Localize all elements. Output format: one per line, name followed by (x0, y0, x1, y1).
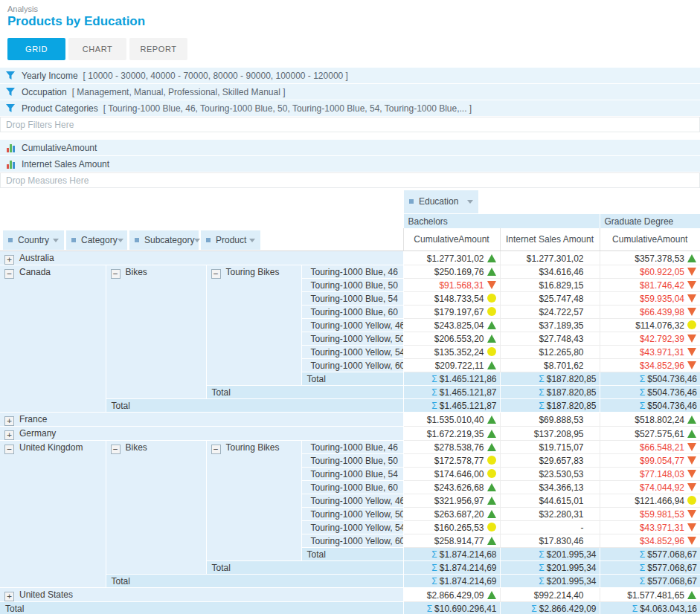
cell-value: $209.722,11 (435, 361, 484, 371)
row-field-chip-category[interactable]: Category (66, 230, 127, 250)
row-field-chip-country[interactable]: Country (3, 230, 64, 250)
cell-value: $137.208,95 (534, 429, 584, 439)
kpi-dot-icon (487, 469, 497, 478)
kpi-down-icon (687, 361, 697, 369)
cell-value: $201.995,34 (547, 563, 597, 573)
cell-value: $43.971,31 (640, 347, 684, 358)
value-cell: $243.626,68 (403, 481, 500, 494)
kpi-up-icon (487, 415, 497, 424)
row-header-product: Touring-1000 Yellow, 54 (301, 346, 403, 359)
expand-icon[interactable]: + (4, 430, 14, 440)
cell-value: $16.829,15 (539, 280, 583, 291)
row-label: Touring-1000 Yellow, 46 (311, 320, 404, 331)
cell-value: $1.874.214,68 (440, 549, 497, 560)
cell-value: $74.044,92 (640, 482, 684, 493)
expand-icon[interactable]: + (4, 592, 14, 601)
chevron-down-icon[interactable] (118, 239, 123, 242)
cell-value: $321.956,97 (434, 496, 484, 506)
kpi-down-icon (687, 334, 697, 343)
value-cell: $1.535.010,40 (403, 413, 500, 427)
field-square-icon (135, 238, 139, 242)
drop-measures-zone[interactable]: Drop Measures Here (0, 172, 700, 188)
row-field-chip-subcategory[interactable]: Subcategory (129, 230, 199, 250)
value-cell: $160.265,53 (403, 521, 500, 534)
row-header-subcategory: Total (206, 386, 403, 399)
row-label: Touring-1000 Yellow, 54 (311, 523, 404, 533)
chevron-down-icon[interactable] (194, 239, 200, 242)
kpi-empty-slot (587, 253, 597, 262)
sigma-icon: Σ (539, 374, 544, 384)
column-field-chip-education[interactable]: Education (404, 190, 478, 213)
cell-value: $34.852,96 (640, 361, 684, 371)
value-cell: $34.852,96 (600, 534, 700, 548)
chevron-down-icon[interactable] (53, 239, 59, 242)
cell-value: $504.736,46 (647, 401, 697, 411)
cell-value: $135.352,24 (434, 347, 484, 358)
cell-value: $34.852,96 (640, 536, 684, 546)
collapse-icon[interactable]: − (211, 445, 221, 454)
tab-chart[interactable]: CHART (68, 38, 126, 60)
chevron-down-icon[interactable] (249, 239, 255, 242)
collapse-icon[interactable]: − (4, 445, 14, 454)
pivot-corner (0, 189, 403, 214)
cell-value: $992.214,40 (534, 590, 584, 601)
cell-value: $25.747,48 (539, 294, 583, 304)
row-label: France (19, 414, 47, 424)
total-cell: Σ$1.465.121,87 (403, 386, 500, 399)
measure-row-internet-sales-amount[interactable]: Internet Sales Amount (0, 156, 700, 172)
expand-icon[interactable]: + (4, 255, 14, 265)
collapse-icon[interactable]: − (111, 445, 121, 454)
collapse-icon[interactable]: − (211, 269, 221, 279)
total-cell: Σ$504.736,46 (600, 386, 700, 399)
kpi-empty-slot (587, 523, 597, 531)
value-cell: $42.792,39 (600, 332, 700, 346)
row-label: Touring-1000 Yellow, 60 (311, 536, 404, 546)
cell-value: $518.802,24 (635, 415, 684, 425)
row-label: Total (112, 401, 130, 411)
total-cell: Σ$201.995,34 (500, 561, 600, 575)
kpi-up-icon (487, 429, 497, 438)
collapse-icon[interactable]: − (111, 269, 121, 279)
measure-header-cumulative-amount[interactable]: CumulativeAmount (403, 228, 500, 251)
cell-value: $577.068,67 (647, 576, 697, 586)
filter-row-occupation[interactable]: Occupation [ Management, Manual, Profess… (0, 84, 700, 100)
chevron-down-icon[interactable] (467, 200, 473, 204)
expand-icon[interactable]: + (4, 416, 14, 426)
measure-header-internet-sales-amount[interactable]: Internet Sales Amount (500, 228, 600, 251)
cell-value: $27.748,43 (539, 334, 583, 344)
cell-value: $81.746,42 (640, 280, 684, 291)
filter-funnel-icon (6, 104, 16, 113)
value-cell: $34.852,96 (600, 359, 700, 372)
row-header-subcategory: −Touring Bikes (206, 441, 301, 561)
cell-value: $66.439,98 (640, 307, 684, 317)
kpi-up-icon (487, 361, 497, 369)
tab-report[interactable]: REPORT (129, 38, 187, 60)
column-field-label: Education (419, 196, 458, 207)
tab-grid[interactable]: GRID (7, 38, 65, 60)
drop-filters-zone[interactable]: Drop Filters Here (0, 117, 700, 132)
row-field-chip-product[interactable]: Product (201, 230, 260, 250)
row-header-product: Touring-1000 Blue, 50 (301, 279, 403, 292)
filter-row-yearly-income[interactable]: Yearly Income [ 10000 - 30000, 40000 - 7… (0, 68, 700, 83)
row-header-product: Touring-1000 Yellow, 50 (301, 332, 403, 346)
kpi-up-icon (487, 496, 497, 505)
cell-value: $1.465.121,87 (440, 387, 497, 398)
collapse-icon[interactable]: − (4, 269, 14, 279)
sigma-icon: Σ (539, 387, 544, 398)
value-cell: $91.568,31 (403, 279, 500, 292)
filter-field-name: Occupation (22, 87, 67, 97)
value-cell: $29.657,83 (500, 454, 600, 468)
measure-header-cumulative-amount-2[interactable]: CumulativeAmount (600, 228, 700, 251)
cell-value: $160.265,53 (434, 523, 484, 533)
kpi-down-icon (687, 307, 697, 316)
row-header-country: +France (0, 413, 403, 427)
measure-row-cumulative-amount[interactable]: CumulativeAmount (0, 140, 700, 155)
cell-value: $91.568,31 (439, 280, 484, 291)
value-cell: $8.701,62 (500, 359, 600, 372)
value-cell: $34.616,46 (500, 265, 600, 279)
table-row: +United States$2.866.429,09$992.214,40$1… (0, 588, 700, 602)
row-header-product: Touring-1000 Yellow, 60 (301, 359, 403, 372)
row-label: Touring-1000 Yellow, 54 (311, 347, 404, 358)
kpi-dot-icon (487, 523, 497, 531)
filter-row-product-categories[interactable]: Product Categories [ Touring-1000 Blue, … (0, 100, 700, 116)
